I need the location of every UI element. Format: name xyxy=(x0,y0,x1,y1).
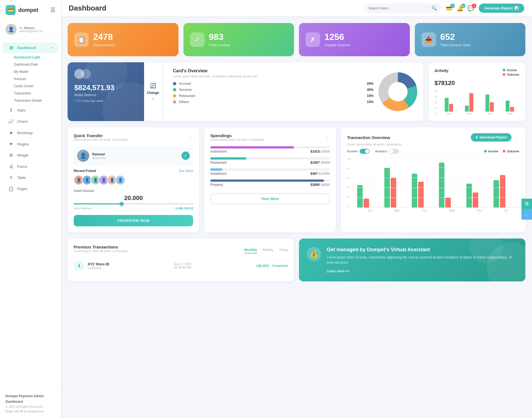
widget-icon: ⚙ xyxy=(8,153,14,158)
down-arrow-icon: ▾ xyxy=(152,97,154,101)
sidebar-item-charts[interactable]: 📈 Charts › xyxy=(3,116,58,127)
sidebar-subitem-transaction-details[interactable]: Transaction Details xyxy=(11,97,61,104)
sidebar-item-bootstrap[interactable]: ★ Bootstrap › xyxy=(3,127,58,138)
generate-report-button[interactable]: Generate Report 📊 xyxy=(479,4,524,13)
sidebar-item-dashboard[interactable]: ⊞ Dashboard ▾ xyxy=(3,42,58,53)
sidebar-item-apps[interactable]: ℹ Apps › xyxy=(3,105,58,116)
analytics-toggle[interactable] xyxy=(389,149,399,154)
sidebar-item-widget[interactable]: ⚙ Widget › xyxy=(3,150,58,161)
quick-transfer-more-button[interactable]: ⋮ xyxy=(188,133,193,139)
tx-overview-more-button[interactable]: ⋮ xyxy=(514,134,519,140)
outcome-legend: Outcome xyxy=(503,73,519,76)
recent-friend-label: Recent Friend xyxy=(74,169,96,173)
refresh-icon: 🔄 xyxy=(150,83,156,89)
tab-monthly[interactable]: Monthly xyxy=(244,248,257,253)
sidebar-subitem-my-wallet[interactable]: My Wallet xyxy=(11,68,61,75)
chevron-right-icon: › xyxy=(52,109,53,112)
wallet-change: +0,8% than last week xyxy=(74,99,137,102)
overview-details: Card's Overview Lorem ipsum dolor sit am… xyxy=(173,68,374,115)
services-dot xyxy=(173,88,176,91)
chevron-right-icon: › xyxy=(52,131,53,135)
installment-label: Installment xyxy=(210,172,226,176)
wallet-icon-button[interactable]: 💳 2 xyxy=(446,5,453,12)
download-report-button[interactable]: ⬇ Download Report xyxy=(471,133,511,142)
bar-group-mon: Mon xyxy=(460,93,479,115)
installment-amount: $487 $10000 xyxy=(310,172,330,176)
sidebar-item-plugins[interactable]: ♥ Plugins › xyxy=(3,139,58,149)
wallet-circles xyxy=(74,69,137,79)
restaurant-label: Restaurant xyxy=(210,161,227,165)
restaurant-info: Restaurant $1567 $5000 xyxy=(210,161,330,165)
overview-item-others: Others 15% xyxy=(173,100,374,104)
income-legend: Income xyxy=(503,68,519,72)
va-inner: 💰 Get managed by Dompet's Virtual Assist… xyxy=(307,247,518,273)
tx-label-sun: Sun xyxy=(357,209,383,212)
income-bar-mon xyxy=(465,106,469,112)
header-icons: 💳 2 🔔 12 💬 5 xyxy=(446,5,474,12)
tx-label-mon: Mon xyxy=(384,209,410,212)
download-icon: ⬇ xyxy=(475,135,478,139)
svg-point-0 xyxy=(388,82,408,101)
quick-transfer-desc: Lorem ipsum dolor sit amet, consectetur xyxy=(74,138,128,141)
analytics-toggle-label: Analytics xyxy=(375,150,387,153)
quick-transfer-header: Quick Transfer Lorem ipsum dolor sit ame… xyxy=(74,133,193,145)
bell-icon-button[interactable]: 🔔 12 xyxy=(457,5,464,12)
cards-overview-content: Card's Overview Lorem ipsum dolor sit am… xyxy=(167,62,423,121)
sidebar-subitem-invoices[interactable]: Invoices xyxy=(11,75,61,83)
hamburger-button[interactable]: ☰ xyxy=(50,7,55,13)
bootstrap-icon: ★ xyxy=(8,130,14,135)
total-invoices-number: 2478 xyxy=(93,32,115,42)
spendings-card: Spendings Lorem ipsum dolor sit amet, co… xyxy=(204,127,336,232)
apps-icon: ℹ xyxy=(8,107,14,113)
sidebar-item-pages[interactable]: 📋 Pages › xyxy=(3,183,58,194)
sidebar-nav: ⊞ Dashboard ▾ Dashboard Light Dashboard … xyxy=(0,39,61,389)
color-button[interactable]: 💧 xyxy=(521,209,532,220)
analytics-toggle-thumb xyxy=(390,149,393,153)
tx-header-actions: ⬇ Download Report ⋮ xyxy=(471,133,519,142)
view-more-button[interactable]: View More xyxy=(210,193,330,204)
friend-avatar-6[interactable]: 👤 xyxy=(115,175,125,185)
amount-slider[interactable] xyxy=(74,203,193,204)
chevron-right-icon: › xyxy=(52,154,53,157)
sidebar-item-label: Pages xyxy=(17,187,27,191)
sidebar-item-forms[interactable]: 🖨 Forms › xyxy=(3,161,58,172)
recent-friends-header: Recent Friend See More xyxy=(74,169,193,173)
account-dot xyxy=(173,82,176,85)
sidebar-subitem-dashboard-dark[interactable]: Dashboard Dark xyxy=(11,61,61,68)
tab-today[interactable]: Today xyxy=(279,248,288,253)
transfer-check-icon: ✓ xyxy=(181,152,190,160)
spendings-title: Spendings xyxy=(210,133,265,138)
settings-button[interactable]: ⚙ xyxy=(521,199,532,209)
change-button[interactable]: 🔄 Change ▾ xyxy=(144,62,162,121)
slider-thumb[interactable] xyxy=(120,202,124,206)
total-invoices-info: 2478 Total Invoices xyxy=(93,32,115,47)
main-area: Dashboard 🔍 💳 2 🔔 12 💬 5 Generate Report… xyxy=(61,0,532,418)
tab-weekly[interactable]: Weekly xyxy=(263,248,273,253)
sidebar-footer: Dompet Payment Admin Dashboard © 2021 Al… xyxy=(0,389,61,418)
spending-property: Property $3890 $4000 xyxy=(210,179,330,187)
transfer-now-button[interactable]: TRANSFER NOW xyxy=(74,215,193,226)
tx-row-status: Completed xyxy=(272,264,288,267)
unpaid-invoices-info: 1256 Unpaid Invoices xyxy=(324,32,350,47)
search-input[interactable] xyxy=(368,6,429,10)
number-toggle[interactable] xyxy=(360,149,370,154)
circle2 xyxy=(81,69,91,79)
sidebar-item-label: Apps xyxy=(17,108,25,112)
sidebar-subitem-cards-center[interactable]: Cards Center xyxy=(11,83,61,90)
restaurant-label: Restaurant xyxy=(179,94,364,98)
spendings-more-button[interactable]: ⋮ xyxy=(325,133,330,139)
va-learn-more-link[interactable]: Learn more >> xyxy=(327,269,518,273)
grid-line-40 xyxy=(357,188,519,188)
day-label-wed: Wed xyxy=(507,112,512,115)
sidebar-subitem-dashboard-light[interactable]: Dashboard Light xyxy=(11,54,61,61)
chat-icon-button[interactable]: 💬 5 xyxy=(467,5,474,12)
grid-line-60 xyxy=(357,178,519,178)
sidebar-subitem-transaction[interactable]: Transaction xyxy=(11,90,61,97)
prev-tx-desc: Lorem ipsum dolor sit amet, consectetur xyxy=(74,249,128,253)
transfer-user-name: Samuel xyxy=(92,152,106,156)
see-more-button[interactable]: See More xyxy=(179,169,193,173)
sidebar-item-table[interactable]: ≡ Table › xyxy=(3,172,58,183)
overview-item-services: Services 40% xyxy=(173,88,374,92)
prev-tx-header: Previous Transactions Lorem ipsum dolor … xyxy=(74,245,288,257)
transfer-user-card: 👤 Samuel @sam224 ✓ xyxy=(74,146,193,165)
